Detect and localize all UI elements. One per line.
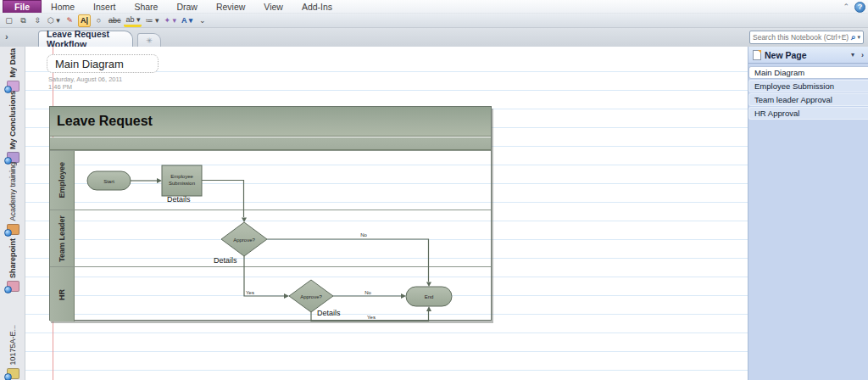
tab-file[interactable]: File (3, 0, 42, 13)
expand-notebooks-icon[interactable]: › (5, 31, 8, 42)
page-time: 1:46 PM (48, 83, 72, 91)
page-title[interactable]: Main Diagram (47, 54, 159, 73)
details-link-employee[interactable]: Details (167, 195, 191, 204)
pen-icon[interactable]: ✎ (64, 14, 76, 27)
new-page-header[interactable]: New Page ▾ › (748, 47, 868, 64)
search-input[interactable] (753, 33, 851, 42)
help-icon[interactable]: ? (854, 2, 865, 13)
notebook-icon (7, 81, 19, 92)
highlighter-icon[interactable]: ab ▾ (124, 14, 142, 27)
tl-approve-label: Approve? (233, 238, 255, 243)
page-item-hr-approval[interactable]: HR Approval (748, 107, 868, 120)
dock-to-desktop-icon[interactable]: ⧉ (17, 14, 30, 27)
start-label: Start (103, 179, 114, 184)
drawing-toolbar: ▢ ⧉ ⇳ ⬡ ▾ ✎ A| ○ abc ab ▾ ≔ ▾ ✦ ▾ A ▾ ⌄ (0, 14, 868, 28)
globe-icon (4, 229, 12, 237)
section-tab-bar: › Leave Request Workflow ✳ ⌕ ▾ (0, 28, 868, 47)
notebook-my-data[interactable]: My Data (0, 48, 25, 92)
notebook-label: My Data (8, 48, 17, 78)
minimize-ribbon-icon[interactable]: ⌃ (843, 3, 849, 11)
panel-expand-icon[interactable]: › (861, 51, 864, 59)
shapes-icon[interactable]: ⬡ ▾ (46, 14, 62, 27)
end-label: End (425, 294, 434, 299)
leave-request-flowchart[interactable]: Leave Request Employee Team Leader HR (49, 106, 492, 321)
tab-addins[interactable]: Add-Ins (292, 0, 342, 13)
eraser-icon[interactable]: ○ (92, 14, 105, 27)
new-section-tab[interactable]: ✳ (137, 33, 161, 47)
onenote-window: File Home Insert Share Draw Review View … (0, 0, 868, 380)
notebook-label: Academy training (8, 162, 17, 221)
pages-panel: New Page ▾ › Main Diagram Employee Submi… (748, 47, 868, 380)
notebook-academy-training[interactable]: Academy training (0, 162, 25, 235)
tab-share[interactable]: Share (125, 0, 167, 13)
tab-view[interactable]: View (254, 0, 292, 13)
strikethrough-icon[interactable]: abc (107, 14, 123, 27)
search-icon[interactable]: ⌕ (851, 32, 856, 42)
notebook-sharepoint[interactable]: Sharepoint (0, 238, 25, 292)
full-page-view-icon[interactable]: ▢ (3, 14, 15, 27)
page-item-main-diagram[interactable]: Main Diagram (748, 66, 868, 79)
hr-approve-label: Approve? (300, 294, 322, 299)
notebook-label: My Conclusions (8, 91, 17, 149)
page-list: Main Diagram Employee Submission Team le… (748, 66, 868, 120)
globe-icon (4, 286, 12, 293)
tags-icon[interactable]: ✦ ▾ (163, 14, 179, 27)
details-link-team-leader[interactable]: Details (214, 256, 237, 265)
tab-draw[interactable]: Draw (167, 0, 207, 13)
notebook-label: 10175A-E... (8, 325, 17, 366)
page-canvas[interactable]: Main Diagram Saturday, August 06, 2011 1… (25, 47, 748, 380)
notebook-rail: My Data My Conclusions Academy training … (0, 47, 25, 380)
globe-icon (4, 373, 12, 380)
search-caret-icon[interactable]: ▾ (857, 34, 860, 41)
arrowheads (157, 178, 431, 311)
font-color-icon[interactable]: A ▾ (180, 14, 194, 27)
new-page-icon (753, 50, 761, 60)
fit-page-width-icon[interactable]: ⇳ (31, 14, 44, 27)
edge-label-no-1: No (360, 232, 367, 238)
details-link-hr[interactable]: Details (317, 309, 341, 317)
submission-label-line1: Employee (170, 174, 193, 179)
tab-review[interactable]: Review (207, 0, 254, 13)
bullets-icon[interactable]: ≔ ▾ (143, 14, 160, 27)
tab-home[interactable]: Home (42, 0, 84, 13)
edge-label-yes-2: Yes (367, 315, 376, 320)
edge-label-no-2: No (364, 290, 371, 295)
page-date: Saturday, August 06, 2011 (48, 75, 122, 83)
notebook-my-conclusions[interactable]: My Conclusions (0, 91, 25, 163)
page-item-employee-submission[interactable]: Employee Submission (748, 80, 868, 92)
submission-label-line2: Submission (169, 181, 195, 186)
edge-label-yes-1: Yes (246, 290, 254, 295)
notebook-label: Sharepoint (8, 238, 17, 278)
tab-insert[interactable]: Insert (84, 0, 125, 13)
new-page-dropdown-icon[interactable]: ▾ (851, 51, 854, 59)
ribbon-tab-bar: File Home Insert Share Draw Review View … (0, 0, 868, 14)
section-tab-leave-request-workflow[interactable]: Leave Request Workflow (38, 31, 133, 47)
toolbar-more-icon[interactable]: ⌄ (196, 14, 209, 27)
notebook-10175a[interactable]: 10175A-E... (0, 325, 25, 379)
notebook-icon (7, 368, 19, 379)
page-item-team-leader-approval[interactable]: Team leader Approval (748, 93, 868, 106)
search-box[interactable]: ⌕ ▾ (749, 31, 864, 44)
new-page-button[interactable]: New Page (765, 50, 851, 60)
type-text-icon[interactable]: A| (78, 14, 91, 27)
flowchart-graphics: Start Employee Submission Approve? Appro… (50, 107, 492, 321)
notebook-icon (7, 224, 19, 235)
notebook-icon (7, 281, 19, 292)
